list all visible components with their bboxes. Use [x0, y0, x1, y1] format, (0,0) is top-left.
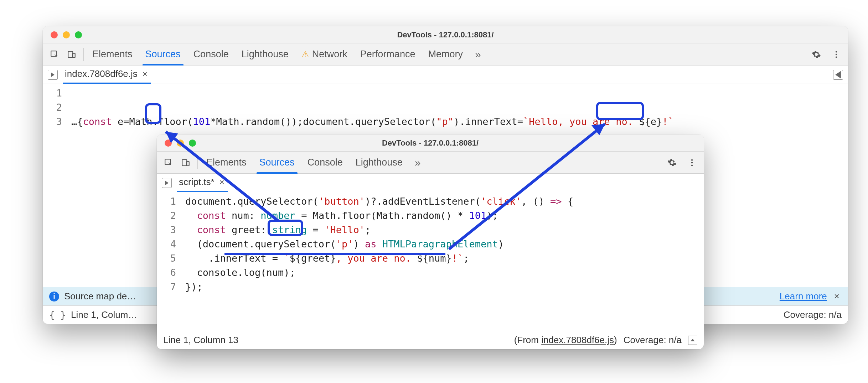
source-link[interactable]: index.7808df6e.js — [541, 335, 614, 345]
line-gutter: 123 — [43, 84, 68, 287]
file-tabbar: script.ts* × — [157, 174, 704, 192]
close-window-button[interactable] — [51, 31, 58, 38]
kebab-menu-icon[interactable] — [831, 49, 842, 60]
settings-gear-icon[interactable] — [667, 157, 677, 168]
minimize-window-button[interactable] — [177, 140, 184, 147]
close-window-button[interactable] — [165, 140, 172, 147]
panel-tab-sources[interactable]: Sources — [139, 43, 187, 65]
more-tabs-icon[interactable]: » — [471, 48, 485, 61]
dismiss-infobar-icon[interactable]: × — [832, 291, 842, 302]
close-file-tab-icon[interactable]: × — [218, 177, 226, 187]
devtools-window-inner: DevTools - 127.0.0.1:8081/ ElementsSourc… — [157, 135, 704, 349]
file-tab[interactable]: script.ts* × — [177, 174, 228, 192]
panel-tabbar: ElementsSourcesConsoleLighthouseNetworkP… — [43, 43, 848, 65]
panel-tab-elements[interactable]: Elements — [86, 43, 139, 65]
panel-tabbar: ElementsSourcesConsoleLighthouse » — [157, 152, 704, 174]
panel-tab-memory[interactable]: Memory — [422, 43, 469, 65]
svg-point-10 — [691, 162, 693, 163]
status-bar: Line 1, Column 13 (From index.7808df6e.j… — [157, 331, 704, 349]
svg-point-9 — [691, 159, 693, 161]
panel-tab-lighthouse[interactable]: Lighthouse — [235, 43, 295, 65]
settings-gear-icon[interactable] — [811, 49, 822, 60]
inspect-element-icon[interactable] — [163, 157, 174, 168]
from-source: (From index.7808df6e.js) — [514, 335, 617, 346]
panel-tab-lighthouse[interactable]: Lighthouse — [349, 152, 409, 174]
panel-tab-network[interactable]: Network — [295, 43, 354, 65]
toggle-debugger-icon[interactable] — [833, 70, 843, 80]
window-title: DevTools - 127.0.0.1:8081/ — [157, 138, 704, 148]
window-title: DevTools - 127.0.0.1:8081/ — [43, 30, 848, 40]
device-toggle-icon[interactable] — [180, 157, 191, 168]
device-toggle-icon[interactable] — [66, 49, 77, 60]
titlebar: DevTools - 127.0.0.1:8081/ — [157, 135, 704, 152]
code-content: document.querySelector('button')?.addEve… — [182, 192, 577, 331]
file-tab-label: script.ts* — [179, 177, 215, 188]
inspect-element-icon[interactable] — [49, 49, 60, 60]
svg-point-5 — [836, 56, 837, 58]
cursor-position: Line 1, Column 13 — [163, 335, 238, 346]
traffic-lights — [157, 140, 196, 147]
pretty-print-icon[interactable]: { } — [49, 310, 66, 320]
svg-point-4 — [836, 53, 837, 55]
panel-tab-performance[interactable]: Performance — [354, 43, 422, 65]
coverage-status: Coverage: n/a — [784, 309, 842, 320]
expand-panel-icon[interactable] — [688, 336, 697, 345]
toggle-navigator-icon[interactable] — [162, 178, 172, 188]
line-gutter: 1234567 — [157, 192, 182, 331]
file-tabbar: index.7808df6e.js × — [43, 65, 848, 84]
panel-tab-console[interactable]: Console — [187, 43, 235, 65]
panel-tab-sources[interactable]: Sources — [253, 152, 301, 174]
file-tab-label: index.7808df6e.js — [65, 68, 138, 79]
cursor-position: Line 1, Colum… — [71, 309, 137, 320]
maximize-window-button[interactable] — [189, 140, 196, 147]
learn-more-link[interactable]: Learn more — [780, 291, 827, 302]
info-icon: i — [49, 292, 59, 301]
panel-tab-elements[interactable]: Elements — [200, 152, 253, 174]
traffic-lights — [43, 31, 82, 38]
toggle-navigator-icon[interactable] — [48, 70, 58, 80]
file-tab[interactable]: index.7808df6e.js × — [63, 65, 151, 84]
more-tabs-icon[interactable]: » — [411, 157, 424, 169]
maximize-window-button[interactable] — [75, 31, 82, 38]
infobar-text: Source map de… — [64, 291, 136, 302]
svg-point-11 — [691, 164, 693, 166]
minimize-window-button[interactable] — [63, 31, 70, 38]
coverage-status: Coverage: n/a — [624, 335, 682, 346]
code-editor[interactable]: 1234567 document.querySelector('button')… — [157, 192, 704, 331]
close-file-tab-icon[interactable]: × — [141, 69, 149, 79]
panel-tab-console[interactable]: Console — [301, 152, 349, 174]
svg-point-3 — [836, 51, 837, 52]
kebab-menu-icon[interactable] — [687, 157, 697, 168]
titlebar: DevTools - 127.0.0.1:8081/ — [43, 26, 848, 43]
